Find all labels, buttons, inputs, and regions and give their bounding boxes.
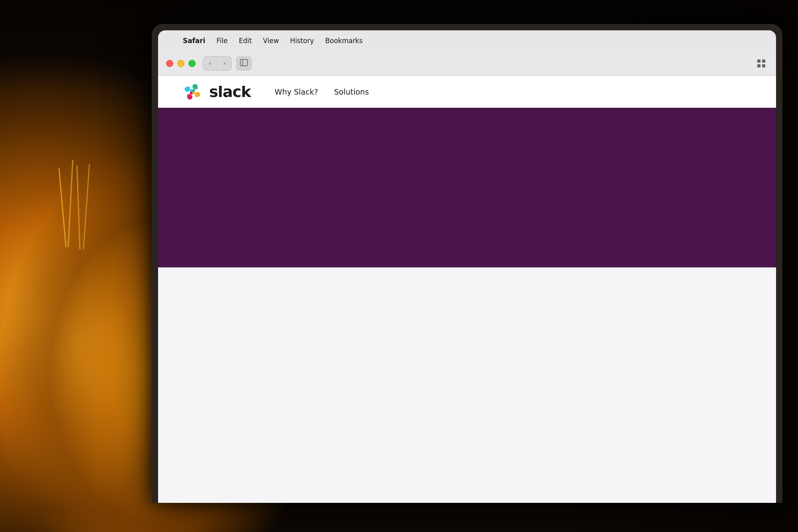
slack-navbar: slack Why Slack? Solutions bbox=[158, 76, 776, 108]
svg-rect-6 bbox=[190, 89, 193, 92]
forward-chevron-icon: › bbox=[223, 60, 226, 67]
forward-button[interactable]: › bbox=[218, 57, 231, 70]
slack-wordmark: slack bbox=[209, 83, 251, 101]
edit-menu[interactable]: Edit bbox=[239, 37, 252, 45]
slack-logo[interactable]: slack bbox=[182, 81, 251, 102]
nav-item-why-slack[interactable]: Why Slack? bbox=[275, 87, 318, 96]
svg-rect-2 bbox=[757, 59, 760, 63]
slack-hero-section bbox=[158, 108, 776, 267]
svg-rect-0 bbox=[240, 59, 248, 66]
close-button[interactable] bbox=[166, 60, 173, 67]
svg-rect-7 bbox=[192, 89, 195, 92]
nav-button-group: ‹ › bbox=[203, 56, 232, 71]
sidebar-toggle-icon bbox=[240, 59, 248, 68]
svg-rect-8 bbox=[192, 92, 195, 95]
grid-tabs-icon[interactable] bbox=[754, 57, 768, 70]
svg-rect-4 bbox=[757, 64, 760, 67]
slack-logo-icon bbox=[182, 81, 203, 102]
svg-rect-9 bbox=[190, 92, 193, 95]
svg-rect-3 bbox=[762, 59, 765, 63]
bookmarks-menu[interactable]: Bookmarks bbox=[325, 37, 363, 45]
sidebar-toggle-button[interactable] bbox=[236, 57, 251, 70]
minimize-button[interactable] bbox=[177, 60, 184, 67]
safari-menu[interactable]: Safari bbox=[183, 37, 205, 45]
back-chevron-icon: ‹ bbox=[209, 60, 211, 67]
file-menu[interactable]: File bbox=[216, 37, 228, 45]
nav-item-solutions[interactable]: Solutions bbox=[334, 87, 369, 96]
macos-menubar: Safari File Edit View History Bookmarks bbox=[158, 30, 776, 51]
screen-bezel: Safari File Edit View History Bookmarks … bbox=[158, 30, 776, 503]
svg-rect-5 bbox=[762, 64, 765, 67]
history-menu[interactable]: History bbox=[290, 37, 314, 45]
view-menu[interactable]: View bbox=[263, 37, 279, 45]
laptop-body: Safari File Edit View History Bookmarks … bbox=[152, 24, 782, 503]
maximize-button[interactable] bbox=[188, 60, 196, 67]
safari-toolbar: ‹ › bbox=[158, 51, 776, 76]
traffic-lights bbox=[166, 60, 196, 67]
webpage-content: slack Why Slack? Solutions bbox=[158, 76, 776, 503]
back-button[interactable]: ‹ bbox=[203, 57, 217, 70]
